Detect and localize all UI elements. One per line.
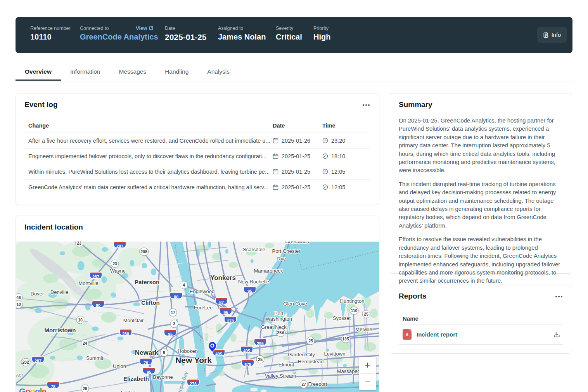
tab-analysis[interactable]: Analysis (198, 63, 239, 81)
map-label: Port Chester (272, 249, 301, 254)
map-label: Glen Cove (283, 301, 307, 307)
table-row: Engineers implemented failover protocols… (24, 149, 370, 164)
route-shield-4: 4 (180, 281, 188, 289)
route-shield-28: 28 (81, 385, 89, 392)
route-shield-278: 278 (225, 317, 236, 323)
map-label: ster (16, 372, 23, 378)
route-shield-25A: 25A (276, 329, 285, 337)
clipboard-icon (543, 32, 548, 38)
column-header-time: Time (322, 123, 367, 129)
date-label: Date (165, 26, 175, 31)
route-shield-87: 87 (216, 298, 227, 304)
reference-value: 10110 (30, 33, 52, 41)
incident-report-link[interactable]: Incident report (417, 331, 457, 338)
route-shield-495: 495 (241, 347, 252, 352)
route-shield-95: 95 (143, 368, 155, 374)
event-log-table: Change Date Time After a five-hour recov… (24, 118, 370, 195)
date-value: 2025-01-25 (165, 33, 206, 42)
table-row: Within minutes, PureWind Solutions lost … (24, 164, 370, 180)
route-shield-10: 10 (16, 300, 23, 309)
connected-value-link[interactable]: GreenCode Analytics (80, 33, 158, 41)
map-label: Garden City (288, 352, 315, 357)
map-label: Valley Stream (265, 373, 296, 379)
summary-paragraph: This incident disrupted real-time tracki… (399, 180, 564, 230)
map-label: Syosset (333, 316, 351, 321)
route-shield-78: 78 (140, 359, 152, 364)
map-label: Clifton (141, 300, 159, 306)
incident-location-card: Incident location (16, 216, 379, 392)
event-date: 2025-01-25 (282, 153, 310, 159)
route-shield-95: 95 (164, 330, 176, 336)
event-time: 12:05 (331, 184, 345, 190)
map-zoom-control: + − (359, 357, 376, 390)
route-shield-135: 135 (341, 335, 350, 343)
incident-location-title: Incident location (24, 223, 83, 231)
route-shield-287: 287 (90, 273, 102, 278)
route-shield-208: 208 (139, 248, 149, 256)
map-label: Melville (355, 327, 372, 332)
severity-value: Critical (276, 33, 302, 41)
map-label: Elmont (278, 362, 294, 368)
calendar-icon (273, 184, 278, 190)
event-log-header-row: Change Date Time (24, 118, 370, 133)
route-shield-17: 17 (169, 309, 177, 317)
route-shield-80: 80 (170, 293, 182, 299)
map[interactable]: GreenwichScarsdalePort ChesterRyeMamaron… (16, 242, 379, 392)
event-change-text: Engineers implemented failover protocols… (24, 153, 273, 159)
event-time: 18:10 (331, 153, 345, 159)
info-button[interactable]: Info (537, 27, 567, 43)
download-icon[interactable] (553, 331, 560, 338)
priority-label: Priority (313, 26, 329, 31)
map-attribution: Google (19, 387, 46, 392)
clock-icon (322, 138, 328, 143)
route-shield-3: 3 (170, 320, 178, 328)
clock-icon (322, 169, 328, 174)
map-label: Rye (277, 256, 286, 262)
tab-overview[interactable]: Overview (16, 63, 61, 81)
reports-menu-icon[interactable] (555, 296, 562, 297)
summary-card: Summary On 2025-01-25, GreenCode Analyti… (390, 93, 572, 274)
map-label: Scarsdale (243, 247, 265, 252)
route-shield-95: 95 (244, 287, 256, 293)
incident-page: Reference number 10110 Connected to Gree… (0, 0, 588, 392)
event-time: 23:20 (331, 138, 345, 144)
map-label: Bayonne (153, 375, 173, 380)
route-shield-10: 10 (76, 316, 85, 324)
tab-messages[interactable]: Messages (109, 63, 156, 81)
route-shield-95: 95 (220, 308, 232, 314)
view-link[interactable]: View (136, 25, 154, 31)
map-label: New York (175, 356, 212, 364)
tab-handling[interactable]: Handling (156, 63, 198, 81)
tab-information[interactable]: Information (61, 63, 110, 81)
map-label: Hempstead (298, 359, 323, 364)
map-label: New Rochelle (238, 279, 269, 285)
event-log-menu-icon[interactable] (363, 104, 370, 106)
file-type-icon: A (403, 329, 412, 340)
event-log-card: Event log Change Date Time After a five-… (16, 93, 379, 205)
info-button-label: Info (552, 32, 561, 38)
route-shield-80: 80 (92, 301, 104, 307)
calendar-icon (273, 169, 278, 174)
zoom-in-button[interactable]: + (359, 357, 376, 373)
reports-title: Reports (399, 292, 427, 300)
reference-label: Reference number (30, 26, 71, 31)
map-label: Montclair (123, 318, 144, 323)
event-date: 2025-01-26 (282, 138, 310, 144)
map-label: Englewood (190, 289, 214, 294)
route-shield-110: 110 (350, 307, 359, 315)
map-annotations: GreenwichScarsdalePort ChesterRyeMamaron… (16, 242, 379, 392)
assigned-label: Assigned to (218, 26, 243, 31)
map-label: Huntington (340, 299, 365, 304)
summary-body: On 2025-01-25, GreenCode Analytics, the … (399, 117, 564, 291)
calendar-icon (273, 153, 278, 159)
route-shield-25: 25 (256, 356, 265, 364)
route-shield-202: 202 (21, 358, 30, 366)
priority-value: High (313, 33, 330, 41)
zoom-out-button[interactable]: − (359, 374, 376, 390)
map-label: Dover (31, 291, 44, 297)
map-label: Union (113, 364, 126, 369)
map-label: Summit (86, 356, 103, 361)
map-label: Hoboken (178, 349, 198, 354)
map-label: Wayne (110, 268, 126, 274)
map-label: Elizabeth (123, 376, 149, 382)
